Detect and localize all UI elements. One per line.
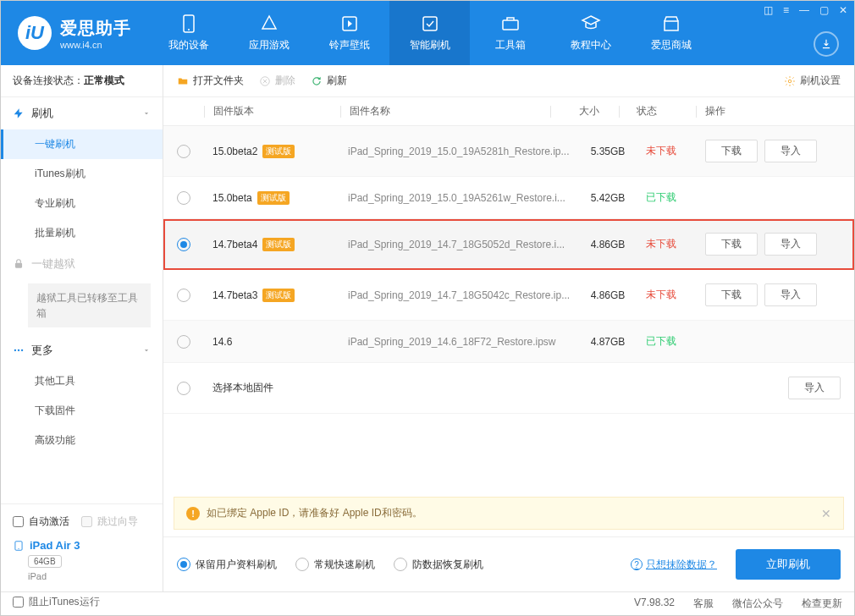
- download-button[interactable]: 下载: [705, 140, 758, 162]
- radio[interactable]: [177, 145, 190, 158]
- delete-button[interactable]: 删除: [259, 74, 295, 88]
- nav-tutorials[interactable]: 教程中心: [550, 1, 631, 65]
- open-folder-button[interactable]: 打开文件夹: [177, 74, 244, 88]
- support-link[interactable]: 客服: [693, 597, 714, 611]
- tablet-icon: [13, 540, 25, 552]
- sidebar-item-batch-flash[interactable]: 批量刷机: [1, 218, 163, 248]
- status-label: 设备连接状态：: [13, 74, 84, 86]
- radio[interactable]: [177, 238, 190, 251]
- local-firmware-row[interactable]: 选择本地固件 导入: [163, 363, 854, 414]
- section-flash[interactable]: 刷机: [1, 97, 163, 129]
- lock-icon: [13, 258, 25, 270]
- sidebar-item-itunes-flash[interactable]: iTunes刷机: [1, 159, 163, 189]
- section-more[interactable]: 更多: [1, 334, 163, 366]
- download-manager-icon[interactable]: [814, 31, 839, 57]
- sidebar-item-download-firmware[interactable]: 下载固件: [1, 396, 163, 426]
- radio[interactable]: [177, 289, 190, 302]
- nav-apps[interactable]: 应用游戏: [229, 1, 309, 65]
- menu-icon[interactable]: ≡: [783, 4, 789, 16]
- version-label: V7.98.32: [634, 597, 675, 611]
- label: 保留用户资料刷机: [196, 558, 277, 572]
- maximize-icon[interactable]: ▢: [819, 4, 829, 16]
- brand-sub: www.i4.cn: [60, 40, 131, 50]
- label: 打开文件夹: [193, 74, 244, 88]
- firmware-row[interactable]: 14.6 iPad_Spring_2019_14.6_18F72_Restore…: [163, 321, 854, 363]
- app-header: iU 爱思助手 www.i4.cn 我的设备 应用游戏 铃声壁纸 智能刷机 工具…: [1, 1, 854, 65]
- download-button[interactable]: 下载: [705, 283, 758, 306]
- label: 删除: [275, 74, 295, 88]
- main-panel: 打开文件夹 删除 刷新 刷机设置 固件版本 固件名称 大小: [163, 65, 854, 591]
- radio[interactable]: [177, 382, 190, 395]
- chevron-down-icon: [142, 109, 151, 118]
- firmware-row[interactable]: 14.7beta4测试版 iPad_Spring_2019_14.7_18G50…: [163, 219, 854, 270]
- logo-area: iU 爱思助手 www.i4.cn: [18, 16, 131, 50]
- block-itunes-checkbox[interactable]: 阻止iTunes运行: [13, 595, 100, 609]
- option-fast-flash[interactable]: 常规快速刷机: [295, 558, 375, 572]
- refresh-button[interactable]: 刷新: [311, 74, 347, 88]
- sidebar-item-oneclick-flash[interactable]: 一键刷机: [1, 129, 163, 159]
- skin-icon[interactable]: ◫: [764, 4, 773, 16]
- erase-data-link[interactable]: ?只想抹除数据？: [631, 558, 717, 572]
- beta-tag: 测试版: [262, 289, 295, 302]
- firmware-name: iPad_Spring_2019_14.6_18F72_Restore.ipsw: [348, 336, 556, 348]
- statusbar: 阻止iTunes运行 V7.98.32 客服 微信公众号 检查更新: [1, 591, 854, 615]
- nav-store[interactable]: 爱思商城: [631, 1, 711, 65]
- radio[interactable]: [177, 335, 190, 349]
- firmware-status: 未下载: [646, 289, 676, 300]
- alert-close-icon[interactable]: ✕: [821, 507, 831, 520]
- col-version: 固件版本: [213, 104, 340, 118]
- wechat-link[interactable]: 微信公众号: [732, 597, 783, 611]
- checkbox-label: 跳过向导: [97, 514, 138, 529]
- flash-settings-button[interactable]: 刷机设置: [784, 74, 841, 88]
- download-button[interactable]: 下载: [705, 233, 758, 256]
- alert-text: 如已绑定 Apple ID，请准备好 Apple ID和密码。: [207, 506, 422, 520]
- firmware-row[interactable]: 15.0beta测试版 iPad_Spring_2019_15.0_19A526…: [163, 177, 854, 219]
- firmware-row[interactable]: 15.0beta2测试版 iPad_Spring_2019_15.0_19A52…: [163, 126, 854, 177]
- sidebar-item-pro-flash[interactable]: 专业刷机: [1, 189, 163, 218]
- nav-my-device[interactable]: 我的设备: [148, 1, 229, 65]
- import-button[interactable]: 导入: [764, 283, 817, 306]
- firmware-row[interactable]: 14.7beta3测试版 iPad_Spring_2019_14.7_18G50…: [163, 270, 854, 321]
- minimize-icon[interactable]: —: [799, 4, 809, 16]
- version-text: 15.0beta: [212, 192, 252, 204]
- sidebar-item-advanced[interactable]: 高级功能: [1, 426, 163, 455]
- option-keep-data[interactable]: 保留用户资料刷机: [177, 558, 277, 572]
- import-button[interactable]: 导入: [764, 233, 817, 256]
- device-status: 设备连接状态：正常模式: [1, 65, 163, 97]
- radio[interactable]: [177, 191, 190, 205]
- col-ops: 操作: [705, 104, 841, 118]
- skip-guide-checkbox[interactable]: 跳过向导: [81, 514, 138, 529]
- firmware-size: 5.35GB: [578, 146, 637, 157]
- auto-activate-checkbox[interactable]: 自动激活: [13, 514, 69, 529]
- svg-rect-5: [665, 21, 678, 30]
- flash-now-button[interactable]: 立即刷机: [736, 549, 841, 580]
- folder-icon: [177, 75, 189, 87]
- svg-point-11: [18, 547, 19, 548]
- option-anti-recovery[interactable]: 防数据恢复刷机: [394, 558, 483, 572]
- firmware-status: 未下载: [646, 238, 676, 250]
- nav-toolbox[interactable]: 工具箱: [470, 1, 550, 65]
- toolbar: 打开文件夹 删除 刷新 刷机设置: [163, 65, 854, 97]
- sidebar-item-other-tools[interactable]: 其他工具: [1, 366, 163, 396]
- device-info[interactable]: iPad Air 3: [13, 539, 151, 552]
- firmware-status: 已下载: [646, 191, 676, 203]
- svg-rect-6: [15, 263, 22, 268]
- col-name: 固件名称: [350, 104, 550, 118]
- tutorial-icon: [581, 14, 601, 34]
- nav-ringtones[interactable]: 铃声壁纸: [309, 1, 389, 65]
- import-button[interactable]: 导入: [764, 140, 817, 162]
- toolbox-icon: [500, 14, 521, 34]
- nav-flash[interactable]: 智能刷机: [389, 1, 470, 65]
- version-text: 14.7beta3: [212, 289, 257, 301]
- import-button[interactable]: 导入: [788, 377, 841, 399]
- device-icon: [179, 14, 199, 34]
- check-update-link[interactable]: 检查更新: [802, 597, 842, 611]
- chevron-down-icon: [142, 346, 151, 355]
- nav-label: 我的设备: [168, 38, 209, 52]
- status-value: 正常模式: [84, 74, 124, 86]
- brand-title: 爱思助手: [60, 17, 131, 40]
- checkbox-label: 自动激活: [29, 514, 69, 529]
- firmware-size: 4.86GB: [578, 239, 637, 250]
- close-icon[interactable]: ✕: [839, 4, 847, 16]
- section-jailbreak: 一键越狱: [1, 248, 163, 280]
